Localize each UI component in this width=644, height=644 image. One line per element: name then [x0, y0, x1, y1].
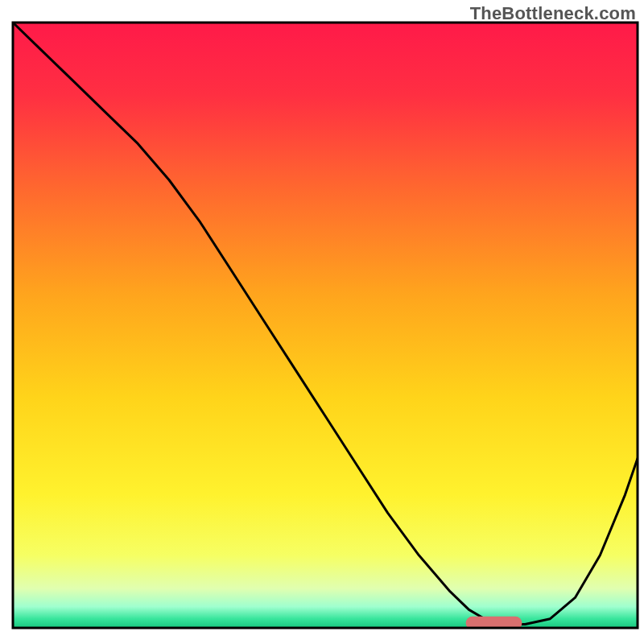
chart-container: TheBottleneck.com: [0, 0, 644, 644]
bottleneck-chart: [0, 0, 644, 644]
watermark-text: TheBottleneck.com: [470, 3, 636, 24]
